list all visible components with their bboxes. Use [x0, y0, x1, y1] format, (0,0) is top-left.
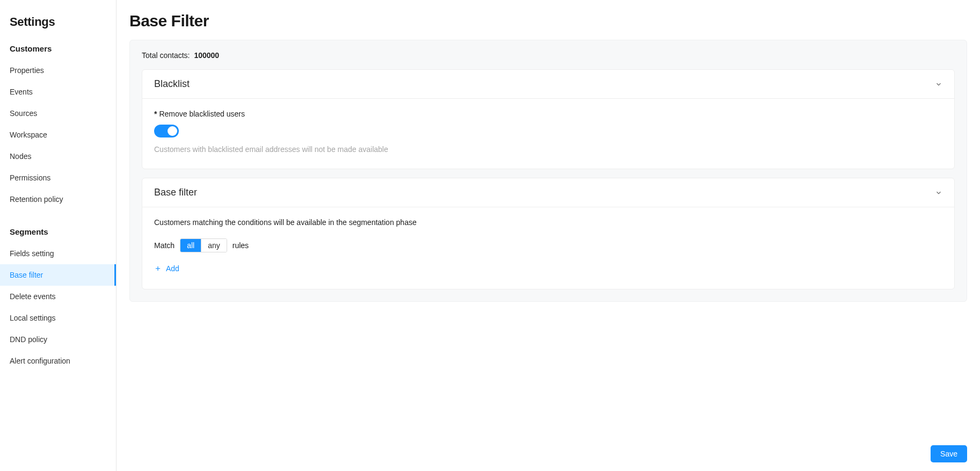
sidebar-section-customers: Customers	[0, 39, 116, 60]
base-filter-panel-body: Customers matching the conditions will b…	[142, 207, 954, 289]
chevron-down-icon	[935, 81, 942, 88]
sidebar-item-label: Nodes	[10, 152, 31, 161]
blacklist-panel-body: * Remove blacklisted users Customers wit…	[142, 99, 954, 169]
total-contacts: Total contacts: 100000	[142, 51, 955, 60]
sidebar-item-alert-configuration[interactable]: Alert configuration	[0, 350, 116, 372]
sidebar-item-local-settings[interactable]: Local settings	[0, 307, 116, 329]
match-all-button[interactable]: all	[180, 239, 201, 252]
total-contacts-label: Total contacts:	[142, 51, 190, 60]
sidebar-item-delete-events[interactable]: Delete events	[0, 286, 116, 307]
add-rule-button[interactable]: Add	[154, 264, 179, 273]
settings-sidebar: Settings Customers Properties Events Sou…	[0, 0, 117, 471]
remove-blacklisted-toggle[interactable]	[154, 125, 179, 137]
remove-blacklisted-label: * Remove blacklisted users	[154, 110, 942, 118]
blacklist-panel-title: Blacklist	[154, 78, 190, 90]
sidebar-item-nodes[interactable]: Nodes	[0, 146, 116, 167]
sidebar-item-permissions[interactable]: Permissions	[0, 167, 116, 189]
base-filter-panel: Base filter Customers matching the condi…	[142, 178, 955, 289]
sidebar-item-retention-policy[interactable]: Retention policy	[0, 189, 116, 210]
sidebar-item-events[interactable]: Events	[0, 81, 116, 103]
sidebar-item-sources[interactable]: Sources	[0, 103, 116, 124]
sidebar-item-label: DND policy	[10, 335, 47, 344]
base-filter-panel-title: Base filter	[154, 187, 197, 198]
match-any-button[interactable]: any	[201, 239, 227, 252]
total-contacts-value: 100000	[194, 51, 219, 60]
required-asterisk: *	[154, 110, 157, 118]
sidebar-item-label: Properties	[10, 66, 44, 75]
base-filter-description: Customers matching the conditions will b…	[154, 218, 942, 227]
sidebar-item-label: Delete events	[10, 292, 56, 301]
sidebar-title: Settings	[0, 15, 116, 39]
save-button[interactable]: Save	[931, 445, 967, 462]
sidebar-item-label: Base filter	[10, 271, 43, 279]
sidebar-item-label: Alert configuration	[10, 357, 70, 365]
match-label-post: rules	[233, 241, 249, 250]
match-mode-segmented: all any	[180, 238, 227, 252]
main-content: Base Filter Total contacts: 100000 Black…	[117, 0, 980, 471]
blacklist-panel: Blacklist * Remove blacklisted users	[142, 69, 955, 169]
blacklist-help-text: Customers with blacklisted email address…	[154, 145, 942, 154]
sidebar-item-workspace[interactable]: Workspace	[0, 124, 116, 146]
sidebar-item-label: Sources	[10, 109, 37, 118]
plus-icon	[154, 265, 162, 272]
sidebar-item-label: Retention policy	[10, 195, 63, 204]
field-label-text: Remove blacklisted users	[159, 110, 245, 118]
sidebar-item-fields-setting[interactable]: Fields setting	[0, 243, 116, 264]
sidebar-section-segments: Segments	[0, 222, 116, 243]
footer-bar: Save	[117, 437, 980, 471]
page-title: Base Filter	[129, 12, 967, 30]
sidebar-item-properties[interactable]: Properties	[0, 60, 116, 81]
sidebar-item-label: Local settings	[10, 314, 56, 322]
blacklist-panel-header[interactable]: Blacklist	[142, 70, 954, 99]
add-rule-label: Add	[166, 264, 179, 273]
match-label-pre: Match	[154, 241, 175, 250]
sidebar-item-dnd-policy[interactable]: DND policy	[0, 329, 116, 350]
toggle-knob	[168, 126, 177, 136]
sidebar-item-label: Workspace	[10, 131, 47, 139]
sidebar-item-label: Events	[10, 88, 33, 96]
base-filter-panel-header[interactable]: Base filter	[142, 178, 954, 207]
sidebar-item-label: Fields setting	[10, 249, 54, 258]
stats-container: Total contacts: 100000 Blacklist *	[129, 40, 967, 302]
match-rules-row: Match all any rules	[154, 238, 942, 252]
chevron-down-icon	[935, 189, 942, 197]
sidebar-item-base-filter[interactable]: Base filter	[0, 264, 116, 286]
sidebar-item-label: Permissions	[10, 173, 50, 182]
